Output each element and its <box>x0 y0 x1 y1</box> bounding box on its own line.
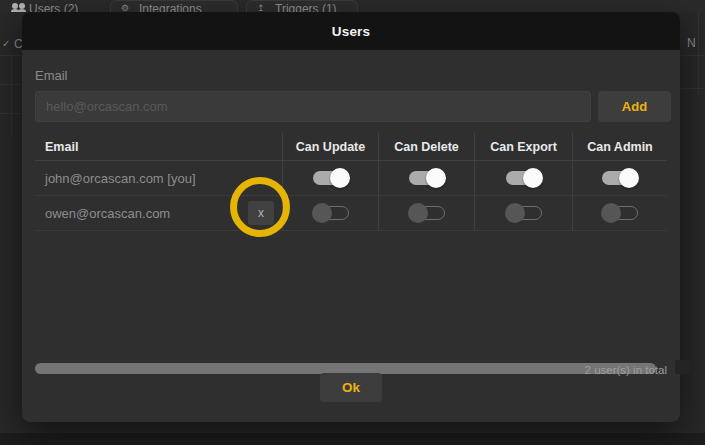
background-gridline <box>698 12 699 95</box>
background-right-text-fragment: N <box>687 36 696 50</box>
users-dialog: Users Email Add Email Can Update Can Del… <box>22 12 680 422</box>
integrations-icon: ⚙ <box>121 3 133 12</box>
toggle-knob <box>619 168 639 188</box>
email-label: Email <box>35 68 68 83</box>
column-header-can-delete: Can Delete <box>378 133 474 160</box>
table-row: john@orcascan.com [you] <box>35 161 667 196</box>
table-row: owen@orcascan.com x <box>35 196 667 231</box>
toggle-knob <box>601 203 621 223</box>
column-header-email: Email <box>35 133 282 160</box>
toggle-knob <box>408 203 428 223</box>
column-header-can-admin: Can Admin <box>572 133 667 160</box>
user-count-status: 2 user(s) in total <box>585 364 667 376</box>
background-gridline <box>681 55 705 56</box>
tab-users-label: Users (2) <box>29 2 78 12</box>
scrollbar-corner <box>675 360 690 374</box>
can-delete-toggle[interactable] <box>408 168 446 188</box>
toggle-knob <box>330 168 350 188</box>
column-header-can-update: Can Update <box>282 133 378 160</box>
background-bottom-bar <box>0 433 705 445</box>
tab-integrations[interactable]: ⚙ Integrations <box>110 0 238 12</box>
table-header-row: Email Can Update Can Delete Can Export C… <box>35 133 667 161</box>
toggle-knob <box>312 203 332 223</box>
background-tabbar: Users (2) ⚙ Integrations ↥ Triggers (1) <box>0 0 705 12</box>
toggle-knob <box>426 168 446 188</box>
user-email-cell: owen@orcascan.com x <box>35 196 282 230</box>
can-export-toggle[interactable] <box>505 203 543 223</box>
dialog-titlebar: Users <box>22 12 680 50</box>
tab-triggers[interactable]: ↥ Triggers (1) <box>246 0 358 12</box>
tab-users[interactable]: Users (2) <box>0 0 89 12</box>
column-header-can-export: Can Export <box>474 133 572 160</box>
can-admin-toggle[interactable] <box>601 203 639 223</box>
can-export-toggle[interactable] <box>505 168 543 188</box>
dialog-title: Users <box>332 24 371 39</box>
background-gridline <box>681 88 705 89</box>
app-window: Users (2) ⚙ Integrations ↥ Triggers (1) … <box>0 0 705 445</box>
can-update-toggle[interactable] <box>312 203 350 223</box>
ok-button[interactable]: Ok <box>320 373 382 402</box>
tab-integrations-label: Integrations <box>139 2 202 12</box>
user-email-cell: john@orcascan.com [you] <box>35 161 282 195</box>
users-table: Email Can Update Can Delete Can Export C… <box>35 133 667 364</box>
can-update-toggle[interactable] <box>312 168 350 188</box>
toggle-knob <box>505 203 525 223</box>
tab-triggers-label: Triggers (1) <box>275 2 337 12</box>
background-gridline <box>11 55 12 135</box>
email-input[interactable] <box>35 91 591 122</box>
toggle-knob <box>523 168 543 188</box>
add-user-button[interactable]: Add <box>598 91 671 122</box>
remove-user-button[interactable]: x <box>248 201 274 225</box>
users-icon <box>11 3 23 12</box>
user-email-text: owen@orcascan.com <box>45 206 170 221</box>
triggers-icon: ↥ <box>257 3 269 12</box>
can-delete-toggle[interactable] <box>408 203 446 223</box>
background-check-icon: ✓ <box>2 38 10 49</box>
can-admin-toggle[interactable] <box>601 168 639 188</box>
